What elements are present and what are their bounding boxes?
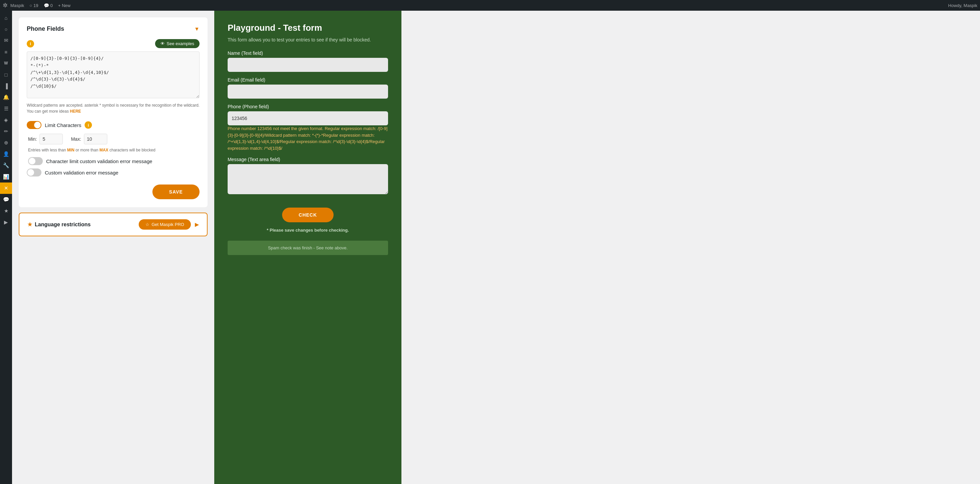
see-examples-label: See examples bbox=[167, 41, 194, 46]
sidebar-bell[interactable]: 🔔 bbox=[0, 92, 12, 103]
save-area: SAVE bbox=[27, 185, 200, 199]
sidebar: ⌂ ○ ✉ ≡ W □ ▐ 🔔 ☰ ◈ ✏ ⊕ 👤 🔧 📊 ✕ 💬 ★ ▶ bbox=[0, 11, 12, 484]
get-pro-button[interactable]: ☆ Get Maspik PRO bbox=[139, 219, 191, 229]
custom-validation-label: Custom validation error message bbox=[45, 170, 118, 175]
sidebar-user[interactable]: 👤 bbox=[0, 148, 12, 160]
sidebar-brush[interactable]: ✏ bbox=[0, 126, 12, 137]
message-textarea[interactable] bbox=[228, 164, 388, 194]
comments-item[interactable]: 💬 0 bbox=[44, 3, 53, 8]
get-pro-label: Get Maspik PRO bbox=[151, 222, 184, 227]
eye-icon: 👁 bbox=[161, 41, 165, 46]
char-limit-toggle-row: Character limit custom validation error … bbox=[28, 157, 200, 165]
sidebar-star[interactable]: ★ bbox=[0, 205, 12, 217]
max-input[interactable] bbox=[84, 134, 107, 144]
playground-panel: Playground - Test form This form allows … bbox=[214, 11, 401, 484]
email-label: Email (Email field) bbox=[228, 77, 388, 83]
wildcard-more: You can get more ideas bbox=[27, 109, 69, 114]
playground-description: This form allows you to test your entrie… bbox=[228, 37, 388, 43]
update-icon: ○ bbox=[29, 3, 32, 8]
updates-item[interactable]: ○ 19 bbox=[29, 3, 38, 8]
char-limit-label: Character limit custom validation error … bbox=[46, 158, 153, 164]
wildcard-note: Wildcard patterns are accepted. asterisk… bbox=[27, 102, 200, 114]
sidebar-woo[interactable]: W bbox=[0, 57, 12, 69]
check-button[interactable]: CHECK bbox=[282, 208, 334, 222]
min-item: Min: bbox=[28, 134, 63, 144]
entries-max: MAX bbox=[99, 148, 108, 153]
sidebar-analytics[interactable]: ▐ bbox=[0, 80, 12, 92]
updates-count: 19 bbox=[33, 3, 38, 8]
card-header: Phone Fields ▼ bbox=[27, 25, 200, 32]
name-label: Name (Text field) bbox=[228, 51, 388, 56]
info-row: i 👁 See examples bbox=[27, 39, 200, 48]
site-name[interactable]: Maspik bbox=[10, 3, 24, 8]
sidebar-mail[interactable]: ✉ bbox=[0, 35, 12, 46]
min-label: Min: bbox=[28, 136, 37, 142]
name-field-group: Name (Text field) bbox=[228, 51, 388, 77]
wp-logo-icon: ✲ bbox=[3, 2, 8, 9]
topbar-items: Maspik ○ 19 💬 0 + New bbox=[10, 3, 948, 8]
left-panel: Phone Fields ▼ i 👁 See examples /[0-9]{3… bbox=[12, 11, 214, 484]
char-toggle-thumb bbox=[29, 158, 35, 164]
new-item[interactable]: + New bbox=[58, 3, 70, 8]
card-title: Phone Fields bbox=[27, 25, 64, 32]
star-icon: ★ bbox=[27, 221, 32, 228]
sidebar-maspik[interactable]: ✕ bbox=[0, 183, 12, 194]
sidebar-tags[interactable]: ◈ bbox=[0, 114, 12, 126]
toggle-thumb bbox=[34, 122, 41, 128]
pro-star-icon: ☆ bbox=[145, 222, 150, 227]
save-button[interactable]: SAVE bbox=[153, 185, 200, 199]
max-item: Max: bbox=[71, 134, 107, 144]
entries-prefix: Entries with less than bbox=[28, 148, 66, 153]
sidebar-updates[interactable]: ○ bbox=[0, 23, 12, 35]
email-field-group: Email (Email field) bbox=[228, 77, 388, 104]
custom-toggle-thumb bbox=[27, 169, 34, 176]
lang-title-text: Language restrictions bbox=[35, 221, 91, 228]
wildcard-text: Wildcard patterns are accepted. asterisk… bbox=[27, 103, 200, 108]
min-input[interactable] bbox=[40, 134, 63, 144]
name-input[interactable] bbox=[228, 58, 388, 72]
spam-check-result: Spam check was finish - See note above. bbox=[228, 240, 388, 255]
custom-validation-row: Custom validation error message bbox=[27, 169, 200, 177]
entries-suffix: characters will be blocked bbox=[109, 148, 155, 153]
info-icon[interactable]: i bbox=[27, 40, 34, 48]
lang-title: ★ Language restrictions bbox=[27, 221, 91, 228]
sidebar-pages[interactable]: □ bbox=[0, 69, 12, 80]
pattern-textarea[interactable]: /[0-9]{3}-[0-9]{3}-[0-9]{4}/ *-(*)-* /^\… bbox=[27, 51, 200, 98]
max-label: Max: bbox=[71, 136, 81, 142]
char-limit-toggle[interactable] bbox=[28, 157, 43, 165]
see-examples-button[interactable]: 👁 See examples bbox=[155, 39, 200, 48]
save-note: * Please save changes before checking. bbox=[228, 228, 388, 232]
phone-error-message: Phone number 123456 not meet the given f… bbox=[228, 125, 388, 151]
message-field-group: Message (Text area field) bbox=[228, 157, 388, 201]
phone-input[interactable] bbox=[228, 111, 388, 125]
sidebar-tools[interactable]: 🔧 bbox=[0, 160, 12, 171]
phone-fields-card: Phone Fields ▼ i 👁 See examples /[0-9]{3… bbox=[19, 18, 208, 207]
entries-note: Entries with less than MIN or more than … bbox=[28, 148, 200, 153]
sidebar-chat[interactable]: 💬 bbox=[0, 194, 12, 205]
here-link[interactable]: HERE bbox=[70, 109, 81, 114]
message-label: Message (Text area field) bbox=[228, 157, 388, 162]
email-input[interactable] bbox=[228, 84, 388, 99]
minmax-row: Min: Max: bbox=[28, 134, 200, 144]
sidebar-dashboard[interactable]: 📊 bbox=[0, 171, 12, 183]
entries-min: MIN bbox=[67, 148, 75, 153]
lang-expand-icon[interactable]: ▶ bbox=[195, 221, 199, 228]
comments-count: 0 bbox=[51, 3, 53, 8]
limit-characters-row: Limit Characters i bbox=[27, 121, 200, 129]
sidebar-plugins[interactable]: ⊕ bbox=[0, 137, 12, 148]
collapse-arrow-icon[interactable]: ▼ bbox=[194, 26, 200, 32]
entries-mid: or more than bbox=[76, 148, 99, 153]
limit-characters-label: Limit Characters bbox=[45, 123, 81, 128]
sidebar-home[interactable]: ⌂ bbox=[0, 12, 12, 23]
topbar: ✲ Maspik ○ 19 💬 0 + New Howdy, Maspik bbox=[0, 0, 980, 11]
comment-icon: 💬 bbox=[44, 3, 49, 8]
custom-validation-toggle[interactable] bbox=[27, 169, 41, 177]
sidebar-posts[interactable]: ≡ bbox=[0, 46, 12, 57]
limit-info-icon[interactable]: i bbox=[84, 121, 92, 129]
phone-label: Phone (Phone field) bbox=[228, 104, 388, 109]
user-greeting: Howdy, Maspik bbox=[948, 3, 977, 8]
sidebar-list[interactable]: ☰ bbox=[0, 103, 12, 114]
limit-toggle[interactable] bbox=[27, 121, 41, 129]
sidebar-chevron[interactable]: ▶ bbox=[0, 217, 12, 228]
language-restrictions-card: ★ Language restrictions ☆ Get Maspik PRO… bbox=[19, 213, 208, 236]
